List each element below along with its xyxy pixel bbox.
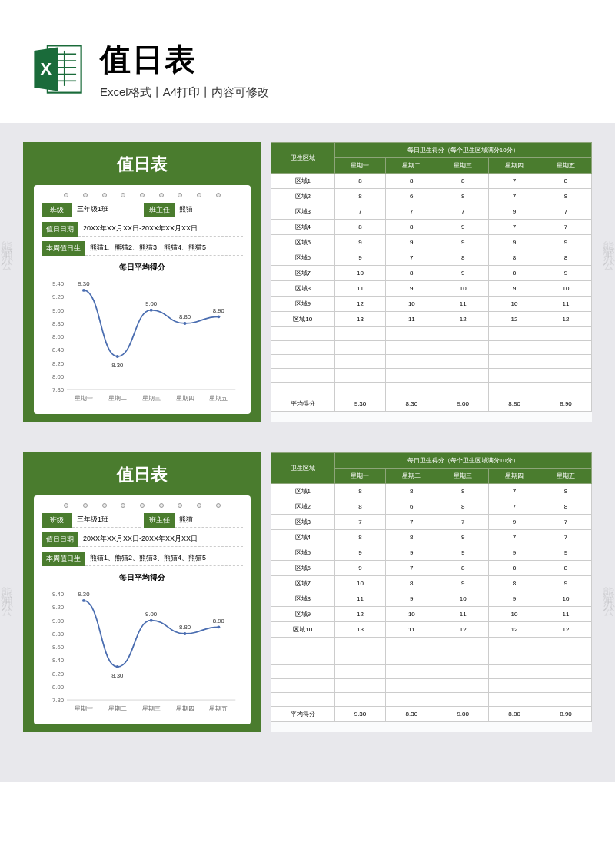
score-cell: 10 [437,281,489,297]
table-row-empty [271,383,592,396]
avg-label: 平均得分 [271,707,335,722]
region-cell: 区域7 [271,266,335,281]
spiral-hole [121,193,125,197]
svg-text:9.30: 9.30 [78,591,89,598]
empty-cell [386,341,437,355]
empty-cell [489,693,540,707]
score-cell: 13 [334,312,386,327]
date-label: 值日日期 [42,532,78,547]
table-row: 区域188878 [271,484,592,499]
svg-text:9.40: 9.40 [52,591,64,598]
svg-point-49 [116,665,119,668]
duty-label: 本周值日生 [42,241,85,256]
svg-text:8.80: 8.80 [179,624,191,631]
score-cell: 7 [540,515,591,530]
spiral-hole [197,503,201,508]
svg-text:7.80: 7.80 [52,386,64,393]
day-header: 星期一 [334,158,386,174]
empty-cell [489,383,540,396]
empty-cell [437,355,489,369]
day-header: 星期五 [540,469,591,484]
empty-cell [540,679,591,693]
score-panel: 卫生区域每日卫生得分（每个卫生区域满分10分）星期一星期二星期三星期四星期五区域… [271,142,592,422]
table-row-empty [271,651,592,665]
content-area: 值日表班级三年级1班班主任熊猫值日日期20XX年XX月XX日-20XX年XX月X… [0,123,615,782]
left-panel: 值日表班级三年级1班班主任熊猫值日日期20XX年XX月XX日-20XX年XX月X… [23,142,261,422]
score-cell: 8 [437,484,489,499]
empty-cell [386,383,437,396]
svg-point-30 [217,315,220,318]
region-cell: 区域5 [271,235,335,250]
empty-cell [386,679,437,693]
table-row-empty [271,341,592,355]
score-cell: 9 [386,281,437,297]
spiral-hole [216,503,221,508]
score-cell: 9 [489,545,540,561]
empty-cell [271,383,335,396]
score-cell: 9 [334,561,386,576]
avg-cell: 8.90 [540,396,591,412]
region-cell: 区域4 [271,530,335,545]
svg-text:X: X [40,59,52,78]
empty-cell [489,651,540,665]
spiral-hole [102,193,107,197]
region-cell: 区域3 [271,204,335,220]
empty-cell [271,638,335,651]
region-cell: 区域2 [271,189,335,204]
empty-cell [386,693,437,707]
region-cell: 区域6 [271,250,335,266]
score-cell: 9 [540,235,591,250]
svg-point-47 [82,599,85,602]
svg-text:星期五: 星期五 [209,395,228,402]
empty-cell [271,341,335,355]
empty-cell [489,327,540,341]
empty-cell [437,327,489,341]
region-cell: 区域2 [271,499,335,515]
region-cell: 区域1 [271,484,335,499]
avg-cell: 8.80 [489,707,540,722]
watermark: 熊猫办公 [0,576,15,601]
spiral-hole [64,503,68,508]
score-cell: 9 [489,204,540,220]
score-cell: 8 [437,250,489,266]
score-cell: 10 [386,607,437,622]
score-cell: 9 [386,591,437,607]
score-cell: 8 [540,174,591,189]
empty-cell [334,679,386,693]
empty-cell [271,651,335,665]
empty-cell [334,693,386,707]
score-cell: 7 [489,530,540,545]
svg-point-22 [82,289,85,292]
empty-cell [334,638,386,651]
score-cell: 8 [334,484,386,499]
score-cell: 10 [540,591,591,607]
watermark: 熊猫办公 [0,230,15,255]
score-header: 每日卫生得分（每个卫生区域满分10分） [334,453,591,469]
score-header: 每日卫生得分（每个卫生区域满分10分） [334,143,591,158]
svg-text:8.00: 8.00 [52,373,64,380]
table-row: 区域811910910 [271,281,592,297]
score-cell: 8 [437,561,489,576]
score-cell: 7 [437,204,489,220]
empty-cell [540,693,591,707]
class-value: 三年级1班 [72,512,141,528]
avg-cell: 9.00 [437,396,489,412]
date-label: 值日日期 [42,222,78,237]
score-cell: 9 [540,266,591,281]
svg-text:8.30: 8.30 [111,362,123,369]
region-cell: 区域7 [271,576,335,591]
table-row: 区域286878 [271,189,592,204]
score-cell: 10 [386,297,437,312]
spiral-hole [64,193,68,197]
empty-cell [386,665,437,679]
svg-point-28 [184,322,187,325]
score-cell: 7 [540,220,591,235]
score-cell: 9 [386,235,437,250]
excel-icon: X [31,42,85,96]
avg-cell: 8.30 [386,707,437,722]
teacher-value: 熊猫 [175,202,243,217]
table-row-empty [271,327,592,341]
score-cell: 8 [540,250,591,266]
table-row: 区域101311121212 [271,622,592,638]
header: X 值日表 Excel格式丨A4打印丨内容可修改 [0,0,615,123]
